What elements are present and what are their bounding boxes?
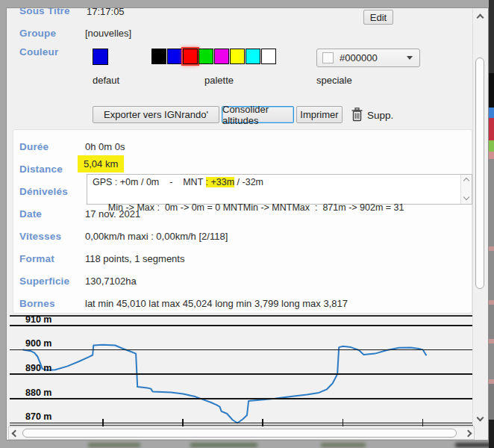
subtitle-value: 17:17:05 [87, 7, 125, 17]
special-color-value: #000000 [340, 52, 407, 63]
palette-swatch-3[interactable] [198, 49, 213, 64]
map-strip-segment [489, 118, 494, 140]
track-properties-dialog: Sous Titre 17:17:05 Edit Groupe [nouvell… [6, 7, 489, 441]
scroll-right-button[interactable] [462, 427, 474, 439]
duration-value: 0h 0m 0s [85, 141, 125, 152]
palette-swatch-7[interactable] [261, 49, 276, 64]
distance-value-highlighted: 5,04 km [78, 155, 124, 172]
map-strip-segment [489, 305, 494, 339]
map-strip-segment [489, 159, 494, 246]
scroll-down-button[interactable] [473, 411, 487, 424]
background-map-strip [489, 0, 494, 448]
duration-label: Durée [19, 141, 49, 152]
speed-label: Vitesses [19, 231, 61, 242]
gridline-890 [10, 373, 473, 375]
date-value: 17 nov. 2021 [85, 208, 140, 220]
print-button[interactable]: Imprimer [296, 106, 343, 123]
special-color-dropdown[interactable]: #000000 [316, 49, 420, 67]
y-axis-tick-label: 880 m [25, 388, 51, 398]
scroll-down-icon[interactable] [463, 194, 469, 200]
format-value: 118 points, 1 segments [85, 253, 184, 264]
trash-icon[interactable] [351, 108, 363, 122]
palette-swatch-2[interactable] [183, 49, 198, 64]
elevation-details-box[interactable]: GPS : +0m / 0m - MNT : +33m / -32m Min -… [87, 174, 472, 205]
special-color-swatch [322, 52, 334, 63]
scroll-up-button[interactable] [473, 10, 487, 24]
map-artifact [455, 443, 493, 447]
minmax-line: Min -> Max : 0m -> 0m = 0 MNTMin -> MNTM… [108, 202, 404, 213]
gps-mnt-line: GPS : +0m / 0m - MNT [93, 177, 206, 187]
mnt-gain-highlighted: : +33m [206, 177, 235, 187]
group-label: Groupe [19, 28, 56, 39]
palette-swatch-0[interactable] [151, 49, 166, 64]
speed-value: 0,00km/h maxi : 0,00km/h [2/118] [85, 231, 228, 242]
gridline-910 [10, 325, 473, 326]
map-artifact [321, 443, 366, 447]
color-palette [151, 49, 286, 67]
bounds-value: lat min 45,010 lat max 45,024 long min 3… [85, 298, 348, 309]
elevation-profile-chart: 910 m900 m890 m880 m870 m [10, 315, 473, 429]
elevation-gain-label: Dénivelés [19, 186, 68, 197]
dialog-vertical-scrollbar[interactable] [472, 9, 487, 424]
chart-horizontal-scrollbar[interactable] [8, 426, 475, 440]
delete-button[interactable]: Supp. [367, 110, 393, 121]
edit-button[interactable]: Edit [363, 10, 393, 25]
mnt-loss: / -32m [234, 177, 263, 187]
map-strip-segment [489, 152, 494, 159]
map-strip-segment [489, 0, 494, 73]
format-label: Format [19, 253, 54, 264]
map-strip-segment [489, 384, 494, 420]
distance-label: Distance [19, 164, 63, 175]
y-axis-tick-label: 910 m [25, 314, 51, 325]
map-strip-segment [489, 251, 494, 300]
color-label: Couleur [19, 46, 58, 57]
map-strip-segment [489, 140, 494, 152]
default-caption: defaut [93, 75, 119, 86]
elevation-details-text: GPS : +0m / 0m - MNT : +33m / -32m Min -… [93, 176, 460, 214]
elevation-profile-line [23, 345, 426, 423]
map-strip-segment [489, 343, 494, 379]
map-artifact [190, 443, 257, 447]
group-value: [nouvelles] [85, 28, 131, 39]
gridline-900 [10, 349, 473, 351]
y-axis-tick-label: 890 m [25, 363, 51, 373]
palette-caption: palette [204, 75, 234, 86]
scroll-left-button[interactable] [9, 427, 21, 439]
bounds-label: Bornes [19, 298, 55, 309]
palette-swatch-5[interactable] [230, 49, 245, 64]
special-caption: speciale [316, 75, 352, 86]
scroll-up-icon[interactable] [463, 178, 469, 184]
y-axis-tick-label: 900 m [25, 338, 51, 349]
date-label: Date [19, 208, 42, 220]
consolidate-altitudes-button[interactable]: Consolider altitudes [222, 106, 294, 123]
elevation-box-scrollbar[interactable] [460, 175, 472, 204]
export-ignrando-button[interactable]: Exporter vers IGNrando' [93, 106, 219, 123]
palette-swatch-4[interactable] [214, 49, 229, 64]
map-artifact [88, 443, 140, 447]
gridline-870 [10, 423, 473, 424]
map-strip-segment [489, 108, 494, 118]
default-color-swatch[interactable] [93, 49, 108, 65]
subtitle-label: Sous Titre [19, 7, 70, 16]
area-label: Superficie [19, 276, 69, 287]
y-axis-tick-label: 870 m [25, 411, 51, 422]
map-strip-segment [489, 73, 494, 108]
palette-swatch-1[interactable] [167, 49, 182, 64]
gridline-880 [10, 398, 473, 399]
area-value: 130,7102ha [85, 276, 137, 287]
horizontal-scrollbar-thumb[interactable] [22, 429, 457, 438]
vertical-scrollbar-thumb[interactable] [475, 57, 484, 289]
elevation-profile-plot [10, 315, 473, 429]
palette-swatch-6[interactable] [246, 49, 260, 64]
app-window: Sous Titre 17:17:05 Edit Groupe [nouvell… [0, 0, 494, 448]
chevron-down-icon [407, 56, 413, 60]
